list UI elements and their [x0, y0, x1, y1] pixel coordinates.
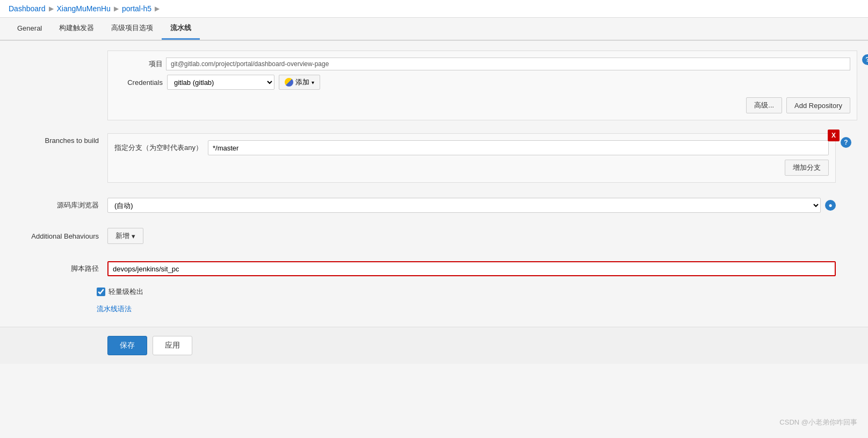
lightweight-checkout-checkbox[interactable]: [97, 288, 105, 296]
script-path-control: [107, 261, 836, 276]
branch-input[interactable]: [208, 140, 829, 155]
add-label: 添加: [295, 77, 309, 87]
script-path-input[interactable]: [107, 261, 836, 276]
breadcrumb-project[interactable]: XiangMuMenHu: [57, 4, 111, 13]
add-behaviour-button[interactable]: 新增 ▾: [107, 228, 143, 244]
add-behaviour-arrow: ▾: [132, 232, 135, 240]
breadcrumb-dashboard[interactable]: Dashboard: [9, 4, 46, 13]
pipeline-syntax-row: 流水线语法: [97, 304, 868, 314]
repo-help-icon[interactable]: ?: [862, 54, 868, 65]
save-button[interactable]: 保存: [107, 336, 147, 355]
add-key-icon: [285, 78, 293, 87]
lightweight-checkout-label: 轻量级检出: [108, 287, 143, 297]
tabs-bar: General 构建触发器 高级项目选项 流水线: [0, 18, 868, 41]
branches-panel: X 指定分支（为空时代表any） 增加分支 ?: [107, 133, 836, 183]
apply-button[interactable]: 应用: [153, 336, 192, 355]
add-branch-button[interactable]: 增加分支: [785, 160, 829, 176]
advanced-button[interactable]: 高级...: [746, 97, 782, 113]
csdn-watermark: CSDN @小老弟你咋回事: [779, 418, 857, 427]
remove-branch-button[interactable]: X: [828, 130, 840, 141]
source-browser-select[interactable]: (自动): [107, 198, 821, 213]
branch-row: 指定分支（为空时代表any）: [114, 140, 829, 155]
lightweight-checkout-row: 轻量级检出: [97, 287, 868, 297]
breadcrumb-sep-2: ▶: [114, 5, 119, 12]
tabs: General 构建触发器 高级项目选项 流水线: [0, 18, 868, 40]
source-browser-section: 源码库浏览器 (自动) ●: [0, 192, 868, 218]
url-input[interactable]: git@gitlab.com/project/portal/dashboard-…: [166, 58, 850, 70]
tab-triggers[interactable]: 构建触发器: [50, 18, 103, 40]
url-row: 项目 git@gitlab.com/project/portal/dashboa…: [114, 58, 850, 70]
tab-advanced[interactable]: 高级项目选项: [103, 18, 162, 40]
footer-section: 保存 应用: [0, 327, 868, 364]
additional-behaviours-control: 新增 ▾: [107, 228, 143, 244]
credentials-select[interactable]: gitlab (gitlab): [167, 75, 274, 90]
branches-help-icon-wrap: ?: [841, 137, 851, 148]
specify-branch-label: 指定分支（为空时代表any）: [114, 143, 202, 153]
dropdown-arrow-icon: ▾: [312, 80, 314, 85]
repo-panel: 项目 git@gitlab.com/project/portal/dashboa…: [107, 51, 857, 120]
breadcrumb: Dashboard ▶ XiangMuMenHu ▶ portal-h5 ▶: [0, 0, 868, 18]
branches-help-icon[interactable]: ?: [841, 137, 851, 148]
breadcrumb-sep-1: ▶: [49, 5, 54, 12]
branches-section: Branches to build X 指定分支（为空时代表any） 增加分支 …: [0, 128, 868, 188]
tab-pipeline[interactable]: 流水线: [162, 18, 200, 40]
breadcrumb-repo[interactable]: portal-h5: [122, 4, 151, 13]
source-browser-label: 源码库浏览器: [11, 200, 107, 210]
add-repository-button[interactable]: Add Repository: [786, 97, 850, 113]
script-path-section: 脚本路径: [0, 256, 868, 282]
add-branch-btn-row: 增加分支: [114, 160, 829, 176]
branches-label: Branches to build: [11, 133, 107, 145]
script-path-label: 脚本路径: [11, 264, 107, 274]
additional-behaviours-label: Additional Behaviours: [11, 232, 107, 240]
url-label: 项目: [114, 59, 163, 69]
additional-behaviours-section: Additional Behaviours 新增 ▾: [0, 222, 868, 249]
main-content: 项目 git@gitlab.com/project/portal/dashboa…: [0, 41, 868, 438]
add-behaviour-label: 新增: [115, 231, 129, 241]
repo-section: 项目 git@gitlab.com/project/portal/dashboa…: [0, 41, 868, 126]
repo-help-icon-wrap: ?: [862, 54, 868, 65]
tab-general[interactable]: General: [9, 18, 50, 40]
pipeline-syntax-link[interactable]: 流水线语法: [97, 305, 132, 313]
credentials-label: Credentials: [114, 78, 163, 87]
footer-buttons: 保存 应用: [107, 336, 857, 355]
source-browser-help-icon[interactable]: ●: [825, 200, 836, 211]
add-credentials-button[interactable]: 添加 ▾: [279, 75, 320, 90]
credentials-row: Credentials gitlab (gitlab) 添加 ▾: [114, 75, 850, 90]
breadcrumb-sep-3: ▶: [155, 5, 160, 12]
source-browser-control: (自动) ●: [107, 198, 836, 213]
